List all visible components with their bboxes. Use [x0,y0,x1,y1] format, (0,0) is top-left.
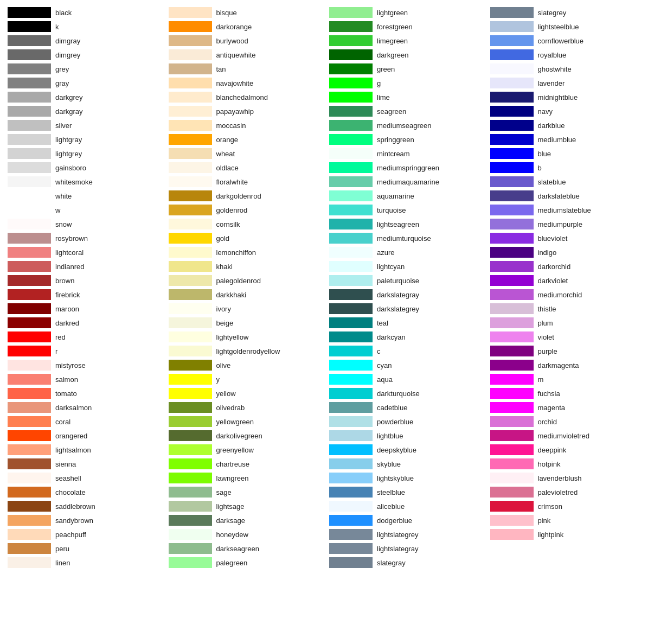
color-swatch [169,374,212,385]
color-row: aliceblue [327,499,488,513]
color-label: blue [538,150,552,158]
color-row: honeydew [166,527,328,541]
color-row: mediumslateblue [488,203,649,217]
color-swatch [329,134,373,145]
color-swatch [490,205,534,215]
color-row: deepskyblue [327,443,488,457]
color-swatch [8,346,51,356]
color-row: indigo [488,245,649,259]
color-label: sandybrown [55,517,93,525]
color-swatch [169,444,212,455]
color-label: lightsalmon [55,446,91,454]
color-row: gainsboro [5,161,166,175]
color-label: gray [55,79,69,87]
color-label: cornsilk [216,220,240,228]
color-swatch [490,275,534,286]
color-swatch [8,360,51,371]
color-swatch [8,557,51,568]
color-row: khaki [166,259,328,273]
color-swatch [329,303,373,314]
color-row: darkgreen [327,48,488,62]
color-label: darkorange [216,23,252,31]
color-row: snow [5,217,166,231]
color-row: violet [488,330,649,344]
color-row: powderblue [327,415,488,429]
color-swatch [8,374,51,385]
color-swatch [8,162,51,173]
color-swatch [490,501,534,512]
color-swatch [169,543,212,554]
color-label: floralwhite [216,178,248,186]
color-swatch [8,543,51,554]
color-swatch [329,374,373,385]
color-label: darksage [216,517,245,525]
color-row: darkorange [166,20,328,34]
color-swatch [329,543,373,554]
color-row: lime [327,90,488,104]
color-swatch [169,190,212,201]
color-row: c [327,344,488,358]
color-row: linen [5,556,166,570]
color-row: green [327,62,488,76]
color-label: orchid [538,418,557,426]
color-swatch [490,35,534,46]
color-swatch [169,148,212,159]
color-swatch [329,78,373,88]
color-row: mediumturquoise [327,231,488,245]
color-label: bisque [216,9,237,17]
color-swatch [490,303,534,314]
color-label: mediumaquamarine [377,178,439,186]
color-label: darkseagreen [216,545,260,553]
color-swatch [490,402,534,413]
color-label: honeydew [216,531,248,539]
color-row: mediumpurple [488,217,649,231]
color-swatch [8,430,51,441]
color-label: sienna [55,460,76,468]
color-label: darkolivegreen [216,432,262,440]
color-label: turquoise [377,206,406,214]
color-label: indigo [538,248,557,257]
color-label: seashell [55,474,81,482]
color-swatch [490,529,534,540]
color-swatch [169,402,212,413]
color-label: palevioletred [538,488,578,496]
color-swatch [490,120,534,131]
color-swatch [8,106,51,117]
color-row: beige [166,316,328,330]
color-label: skyblue [377,460,401,468]
color-label: firebrick [55,291,80,299]
color-row: lightseagreen [327,217,488,231]
color-label: saddlebrown [55,502,95,511]
color-label: slategray [377,559,406,567]
color-swatch [329,444,373,455]
color-label: snow [55,220,72,228]
color-swatch [169,134,212,145]
color-row: forestgreen [327,20,488,34]
color-swatch [329,176,373,187]
color-row: whitesmoke [5,175,166,189]
color-swatch [329,148,373,159]
color-label: g [377,79,381,87]
color-swatch [490,360,534,371]
color-row: dimgray [5,34,166,48]
color-row: purple [488,344,649,358]
color-row: turquoise [327,203,488,217]
color-swatch [8,120,51,131]
color-row: darkcyan [327,330,488,344]
color-label: darkturquoise [377,390,420,398]
color-label: mediumturquoise [377,234,431,243]
color-label: dimgrey [55,51,80,59]
color-swatch [329,219,373,229]
color-label: beige [216,319,234,327]
color-row: tomato [5,386,166,400]
color-swatch [490,515,534,526]
color-label: mediumvioletred [538,432,589,440]
color-row: sandybrown [5,513,166,527]
color-label: papayawhip [216,107,254,116]
color-swatch [329,360,373,371]
color-label: dimgray [55,37,80,45]
color-label: mintcream [377,150,410,158]
color-label: aquamarine [377,192,414,200]
color-row: darkgoldenrod [166,189,328,203]
color-swatch [329,529,373,540]
